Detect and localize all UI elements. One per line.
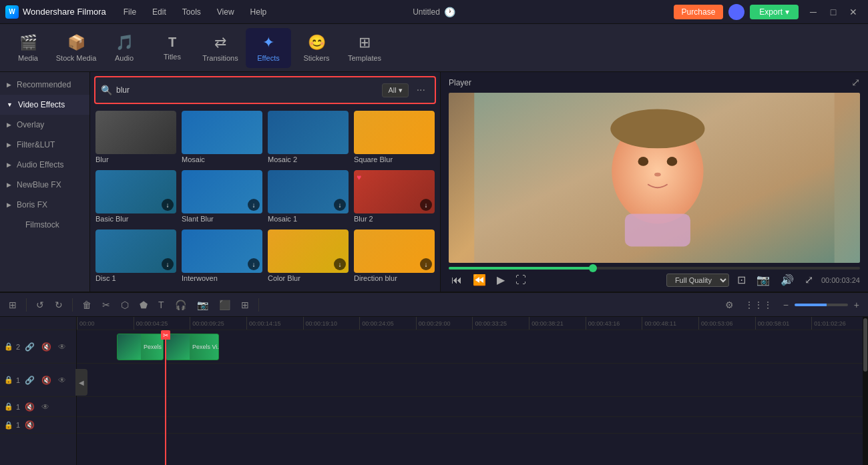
camera-button[interactable]: 📷 (194, 298, 212, 312)
menu-help[interactable]: Help (244, 5, 274, 19)
sidebar-item-filter-lut[interactable]: ▶ Filter&LUT (0, 135, 89, 155)
play-button[interactable]: ▶ (494, 272, 507, 288)
ruler-mark-7: 00:00:33:25 (472, 317, 529, 330)
sidebar-item-newblue-fx[interactable]: ▶ NewBlue FX (0, 175, 89, 195)
svg-point-5 (610, 109, 704, 149)
effect-item-square_blur[interactable]: Square Blur (354, 111, 435, 165)
effect-item-mosaic[interactable]: Mosaic (182, 111, 262, 165)
sidebar-item-audio-effects[interactable]: ▶ Audio Effects (0, 155, 89, 175)
transform-button[interactable]: ⬡ (118, 298, 132, 312)
effect-item-slant_blur[interactable]: ↓ Slant Blur (182, 170, 262, 224)
effect-item-mosaic1[interactable]: ↓ Mosaic 1 (268, 170, 349, 224)
templates-label: Templates (348, 54, 381, 62)
arrow-icon-newblue: ▶ (7, 181, 11, 188)
effect-item-blur2[interactable]: ♥ ↓ Blur 2 (354, 170, 435, 224)
mask-button[interactable]: ⬟ (136, 298, 151, 312)
toolbar-titles[interactable]: T Titles (150, 28, 195, 68)
zoom-out-button[interactable]: − (780, 298, 792, 312)
audio1-mute-button[interactable]: 🔇 (23, 402, 37, 412)
ruler-mark-11: 00:00:53:06 (698, 317, 755, 330)
progress-thumb[interactable] (589, 264, 597, 272)
toolbar-stickers[interactable]: 😊 Stickers (294, 28, 339, 68)
menu-file[interactable]: File (117, 5, 143, 19)
toolbar-transitions[interactable]: ⇄ Transitions (198, 28, 243, 68)
video-clip-2[interactable]: Pexels Vi... (166, 334, 219, 360)
filter-button[interactable]: All ▾ (382, 83, 408, 97)
effect-item-interwoven[interactable]: ↓ Interwoven (182, 229, 262, 284)
maximize-button[interactable]: □ (824, 4, 843, 20)
blend2-button[interactable]: ⊞ (238, 298, 252, 312)
audio-icon: 🎵 (116, 34, 134, 51)
sidebar-item-video-effects[interactable]: ▼ Video Effects (0, 95, 89, 115)
toolbar-audio[interactable]: 🎵 Audio (101, 28, 147, 68)
ruler-mark-4: 00:00:19:10 (303, 317, 360, 330)
cut-button[interactable]: ✂ (99, 298, 114, 312)
video-track-row-1 (77, 364, 868, 397)
toolbar-stock-media[interactable]: 📦 Stock Media (53, 28, 99, 68)
app: W Wondershare Filmora File Edit Tools Vi… (0, 0, 868, 465)
redo-button[interactable]: ↻ (51, 298, 66, 312)
minimize-button[interactable]: ─ (804, 4, 823, 20)
sidebar-item-overlay[interactable]: ▶ Overlay (0, 115, 89, 135)
toolbar-effects[interactable]: ✦ Effects (246, 28, 291, 68)
menu-view[interactable]: View (210, 5, 241, 19)
effect-item-color_blur[interactable]: ↓ Color Blur (268, 229, 349, 284)
timeline-grid-button[interactable]: ⊞ (5, 298, 20, 312)
toolbar-media[interactable]: 🎬 Media (5, 28, 51, 68)
skip-back-button[interactable]: ⏮ (449, 273, 465, 288)
fit-to-screen-button[interactable]: ⊡ (734, 272, 748, 288)
undo-button[interactable]: ↺ (33, 298, 47, 312)
music1-mute-button[interactable]: 🔇 (23, 420, 37, 430)
playhead-head: ✂ (161, 330, 170, 340)
more-options-button[interactable]: ··· (413, 83, 429, 97)
step-back-button[interactable]: ⏪ (470, 272, 489, 288)
effect-item-direction_blur[interactable]: ↓ Direction blur (354, 229, 435, 284)
settings-button[interactable]: ⚙ (722, 298, 737, 312)
scrollbar-thumb[interactable] (863, 318, 867, 372)
effect-item-disc1[interactable]: ↓ Disc 1 (95, 229, 176, 284)
timeline-scrollbar[interactable] (863, 317, 868, 465)
effect-thumb-mosaic1: ↓ (268, 170, 349, 213)
effect-item-mosaic2[interactable]: Mosaic 2 (268, 111, 349, 165)
effect-item-basic_blur[interactable]: ↓ Basic Blur (95, 170, 176, 224)
volume-button[interactable]: 🔊 (778, 272, 797, 288)
quality-select[interactable]: Full Quality (666, 274, 729, 287)
timeline-tracks: 00:00 00:00:04:25 00:00:09:25 00:00:14:1… (77, 317, 868, 465)
fullscreen-button[interactable]: ⛶ (513, 273, 529, 288)
more-player-button[interactable]: ⤢ (802, 272, 816, 288)
delete-button[interactable]: 🗑 (79, 298, 95, 312)
effect-item-blur[interactable]: Blur (95, 111, 176, 165)
progress-bar[interactable] (449, 267, 860, 270)
video-clip-1[interactable]: Pexels Vi... (117, 334, 164, 360)
purchase-button[interactable]: Purchase (674, 5, 724, 19)
zoom-slider[interactable] (795, 304, 848, 306)
svg-rect-6 (625, 213, 690, 246)
ruler-marks: 00:00 00:00:04:25 00:00:09:25 00:00:14:1… (77, 317, 868, 330)
toolbar-templates[interactable]: ⊞ Templates (342, 28, 387, 68)
timeline-more-button[interactable]: ⋮⋮⋮ (741, 298, 776, 312)
screenshot-button[interactable]: 📷 (754, 272, 773, 288)
download-icon: ↓ (248, 258, 260, 270)
blend-button[interactable]: ⬛ (216, 298, 234, 312)
menu-edit[interactable]: Edit (146, 5, 173, 19)
sidebar-item-filmstock[interactable]: Filmstock (0, 215, 89, 235)
effect-label-mosaic2: Mosaic 2 (268, 154, 349, 165)
audio1-eye-button[interactable]: 👁 (39, 402, 51, 412)
sidebar-item-recommended[interactable]: ▶ Recommended (0, 75, 89, 95)
ruler-mark-9: 00:00:43:16 (586, 317, 642, 330)
playhead-cut-icon: ✂ (163, 332, 168, 339)
audio-edit-button[interactable]: 🎧 (172, 298, 190, 312)
arrow-icon-video: ▼ (7, 101, 13, 108)
close-button[interactable]: ✕ (844, 4, 863, 20)
arrow-icon-audio: ▶ (7, 161, 11, 168)
export-button[interactable]: Export ▾ (750, 5, 799, 19)
title-center: Untitled 🕐 (413, 7, 455, 17)
text-button[interactable]: T (155, 298, 168, 312)
search-input[interactable] (116, 85, 378, 95)
player-settings-button[interactable]: ⤢ (851, 76, 860, 89)
sidebar-item-boris-fx[interactable]: ▶ Boris FX (0, 195, 89, 215)
menu-tools[interactable]: Tools (176, 5, 208, 19)
content-area: ▶ Recommended ▼ Video Effects ▶ Overlay … (0, 72, 868, 292)
zoom-in-button[interactable]: + (851, 298, 863, 312)
player-label: Player (449, 78, 471, 87)
